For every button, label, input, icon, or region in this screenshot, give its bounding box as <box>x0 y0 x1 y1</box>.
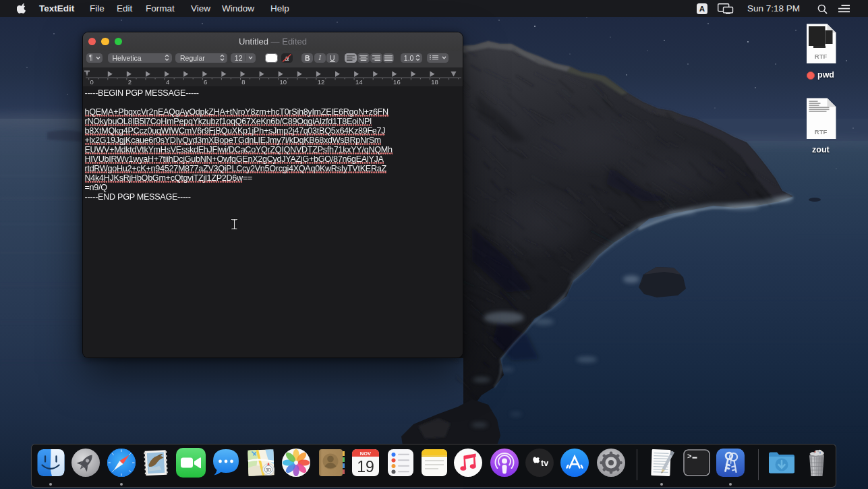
svg-text:19: 19 <box>357 458 374 476</box>
svg-text:3D: 3D <box>265 467 271 472</box>
svg-text:>: > <box>687 453 692 461</box>
svg-text:tv: tv <box>541 459 548 468</box>
svg-text:NOV: NOV <box>359 451 370 457</box>
